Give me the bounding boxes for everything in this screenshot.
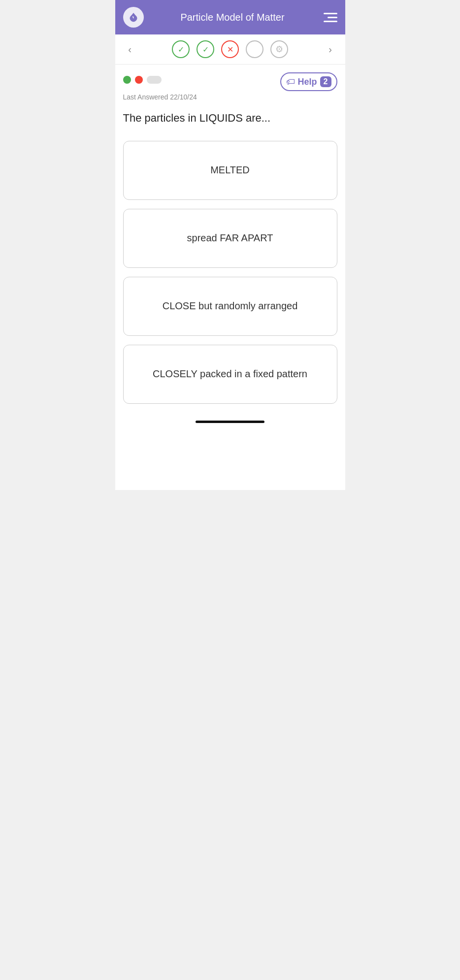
phone-screen: Particle Model of Matter ‹ ✓ ✓ ✕ ⚙ ›: [115, 0, 345, 490]
menu-line-2: [328, 17, 337, 18]
home-indicator: [115, 414, 345, 428]
help-button[interactable]: 🏷 Help 2: [280, 72, 337, 91]
status-gear: ⚙: [270, 40, 288, 58]
answer-text-2: spread FAR APART: [187, 232, 273, 244]
green-dot: [123, 76, 131, 84]
answer-option-1[interactable]: MELTED: [123, 141, 337, 200]
question-text: The particles in LIQUIDS are...: [123, 111, 337, 126]
header: Particle Model of Matter: [115, 0, 345, 34]
answer-text-4: CLOSELY packed in a fixed pattern: [153, 368, 307, 380]
answer-option-3[interactable]: CLOSE but randomly arranged: [123, 277, 337, 336]
status-cross: ✕: [221, 40, 239, 58]
content-area: 🏷 Help 2 Last Answered 22/10/24 The part…: [115, 65, 345, 414]
home-bar: [196, 421, 264, 423]
help-icon: 🏷: [286, 77, 295, 87]
dot-row: [123, 76, 162, 84]
answer-option-4[interactable]: CLOSELY packed in a fixed pattern: [123, 345, 337, 404]
nav-bar: ‹ ✓ ✓ ✕ ⚙ ›: [115, 34, 345, 65]
forward-button[interactable]: ›: [324, 42, 337, 56]
answer-text-3: CLOSE but randomly arranged: [163, 300, 298, 312]
progress-icons: ✓ ✓ ✕ ⚙: [172, 40, 288, 58]
menu-line-1: [324, 13, 337, 14]
answer-option-2[interactable]: spread FAR APART: [123, 209, 337, 268]
top-row: 🏷 Help 2: [123, 72, 337, 91]
answer-text-1: MELTED: [210, 164, 250, 176]
menu-line-3: [324, 21, 337, 22]
last-answered-text: Last Answered 22/10/24: [123, 93, 337, 101]
help-label: Help: [298, 77, 317, 87]
status-empty: [246, 40, 263, 58]
header-title: Particle Model of Matter: [144, 12, 322, 23]
app-logo: [123, 7, 144, 28]
red-dot: [135, 76, 143, 84]
status-check-1: ✓: [172, 40, 190, 58]
help-count-badge: 2: [320, 76, 331, 87]
back-button[interactable]: ‹: [123, 42, 137, 56]
status-check-2: ✓: [197, 40, 214, 58]
gray-pill: [147, 76, 162, 84]
hamburger-menu[interactable]: [322, 9, 337, 25]
